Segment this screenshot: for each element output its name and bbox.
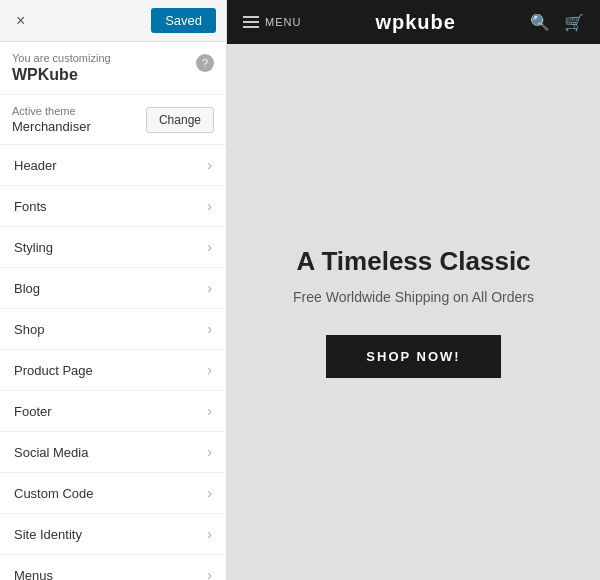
menu-item-shop[interactable]: Shop ›: [0, 309, 226, 350]
menu-item-label: Fonts: [14, 199, 47, 214]
hamburger-icon: [243, 16, 259, 28]
shop-now-button[interactable]: SHOP NOW!: [326, 335, 500, 378]
menu-item-label: Menus: [14, 568, 53, 581]
menu-button[interactable]: MENU: [243, 16, 301, 28]
chevron-right-icon: ›: [207, 567, 212, 580]
menu-item-label: Social Media: [14, 445, 88, 460]
menu-item-menus[interactable]: Menus ›: [0, 555, 226, 580]
chevron-right-icon: ›: [207, 485, 212, 501]
theme-name: Merchandiser: [12, 119, 91, 134]
customizing-label: You are customizing: [12, 52, 111, 64]
chevron-right-icon: ›: [207, 444, 212, 460]
theme-section: Active theme Merchandiser Change: [0, 95, 226, 145]
menu-item-header[interactable]: Header ›: [0, 145, 226, 186]
info-icon[interactable]: ?: [196, 54, 214, 72]
customizing-name: WPKube: [12, 66, 111, 84]
preview-topbar: MENU wpkube 🔍 🛒: [227, 0, 600, 44]
customizer-panel: × Saved You are customizing WPKube ? Act…: [0, 0, 227, 580]
chevron-right-icon: ›: [207, 280, 212, 296]
menu-item-social-media[interactable]: Social Media ›: [0, 432, 226, 473]
menu-item-styling[interactable]: Styling ›: [0, 227, 226, 268]
chevron-right-icon: ›: [207, 403, 212, 419]
menu-item-label: Blog: [14, 281, 40, 296]
customizing-section: You are customizing WPKube ?: [0, 42, 226, 95]
menu-item-label: Shop: [14, 322, 44, 337]
preview-icons: 🔍 🛒: [530, 13, 584, 32]
chevron-right-icon: ›: [207, 198, 212, 214]
theme-label: Active theme: [12, 105, 91, 117]
menu-item-fonts[interactable]: Fonts ›: [0, 186, 226, 227]
menu-item-footer[interactable]: Footer ›: [0, 391, 226, 432]
menu-items-list: Header › Fonts › Styling › Blog › Shop ›…: [0, 145, 226, 580]
menu-item-label: Product Page: [14, 363, 93, 378]
menu-item-label: Footer: [14, 404, 52, 419]
cart-icon[interactable]: 🛒: [564, 13, 584, 32]
chevron-right-icon: ›: [207, 526, 212, 542]
hero-title: A Timeless Classic: [293, 246, 534, 277]
chevron-right-icon: ›: [207, 157, 212, 173]
menu-item-custom-code[interactable]: Custom Code ›: [0, 473, 226, 514]
hero-subtitle: Free Worldwide Shipping on All Orders: [293, 289, 534, 305]
chevron-right-icon: ›: [207, 239, 212, 255]
menu-item-label: Header: [14, 158, 57, 173]
change-theme-button[interactable]: Change: [146, 107, 214, 133]
menu-item-label: Styling: [14, 240, 53, 255]
search-icon[interactable]: 🔍: [530, 13, 550, 32]
close-button[interactable]: ×: [10, 10, 31, 32]
menu-item-label: Site Identity: [14, 527, 82, 542]
menu-item-label: Custom Code: [14, 486, 93, 501]
menu-item-blog[interactable]: Blog ›: [0, 268, 226, 309]
chevron-right-icon: ›: [207, 362, 212, 378]
top-bar: × Saved: [0, 0, 226, 42]
preview-panel: MENU wpkube 🔍 🛒 A Timeless Classic Free …: [227, 0, 600, 580]
hero-section: A Timeless Classic Free Worldwide Shippi…: [263, 206, 564, 418]
site-title: wpkube: [301, 11, 530, 34]
menu-item-site-identity[interactable]: Site Identity ›: [0, 514, 226, 555]
menu-item-product-page[interactable]: Product Page ›: [0, 350, 226, 391]
preview-content: A Timeless Classic Free Worldwide Shippi…: [227, 44, 600, 580]
saved-button[interactable]: Saved: [151, 8, 216, 33]
chevron-right-icon: ›: [207, 321, 212, 337]
